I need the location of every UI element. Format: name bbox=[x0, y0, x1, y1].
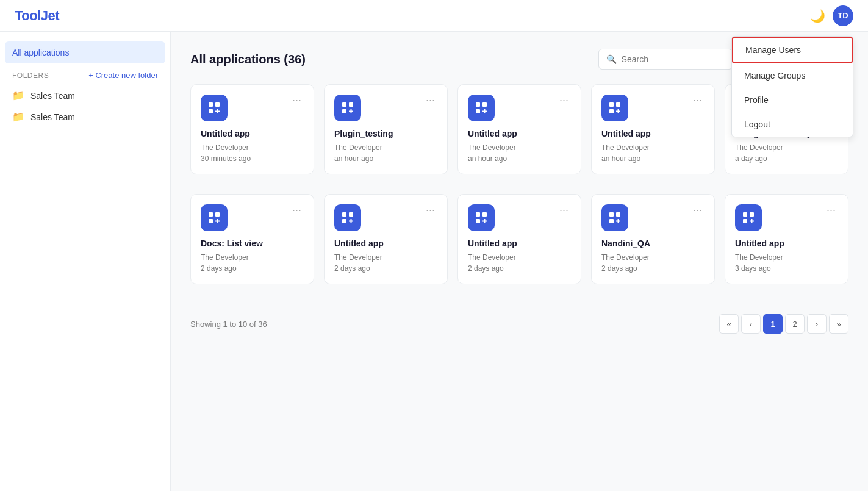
folders-section-header: Folders + Create new folder bbox=[0, 63, 170, 85]
app-icon bbox=[601, 204, 628, 231]
sidebar-item-all-applications[interactable]: All applications bbox=[5, 41, 165, 63]
pagination-controls: « ‹ 1 2 › » bbox=[719, 314, 848, 334]
card-top: ··· bbox=[735, 204, 838, 231]
app-name: Untitled app bbox=[735, 238, 838, 248]
search-bar: 🔍 bbox=[598, 49, 733, 70]
folder-name-0: Sales Team bbox=[30, 91, 75, 101]
app-name: Untitled app bbox=[201, 129, 304, 138]
manage-users-item[interactable]: Manage Users bbox=[732, 37, 853, 63]
app-more-button[interactable]: ··· bbox=[423, 95, 437, 106]
sidebar: All applications Folders + Create new fo… bbox=[0, 32, 171, 491]
card-top: ··· bbox=[601, 95, 705, 121]
app-card-row2-1[interactable]: ··· Untitled app The Developer2 days ago bbox=[324, 194, 448, 284]
svg-rect-16 bbox=[616, 102, 620, 107]
app-more-button[interactable]: ··· bbox=[690, 204, 705, 215]
app-meta: The Developer30 minutes ago bbox=[201, 142, 304, 164]
folder-item-0[interactable]: 📁 Sales Team bbox=[0, 85, 170, 106]
svg-rect-45 bbox=[743, 212, 747, 217]
svg-rect-26 bbox=[215, 212, 220, 217]
app-icon bbox=[601, 95, 628, 121]
pagination-prev-button[interactable]: ‹ bbox=[741, 314, 761, 334]
profile-item[interactable]: Profile bbox=[732, 88, 853, 112]
folders-label: Folders bbox=[12, 71, 49, 80]
pagination-first-button[interactable]: « bbox=[719, 314, 739, 334]
card-top: ··· bbox=[334, 95, 437, 121]
manage-groups-item[interactable]: Manage Groups bbox=[732, 63, 853, 88]
app-meta: The Developeran hour ago bbox=[468, 142, 571, 164]
app-card-row2-4[interactable]: ··· Untitled app The Developer3 days ago bbox=[725, 194, 848, 284]
svg-rect-41 bbox=[616, 212, 620, 217]
app-icon bbox=[334, 95, 361, 121]
app-name: Untitled app bbox=[468, 129, 571, 138]
app-name: Untitled app bbox=[334, 238, 437, 248]
pagination-showing-text: Showing 1 to 10 of 36 bbox=[190, 320, 267, 329]
app-meta: The Developer2 days ago bbox=[201, 252, 304, 274]
svg-rect-46 bbox=[750, 212, 754, 217]
svg-rect-10 bbox=[476, 102, 480, 107]
page-title: All applications (36) bbox=[190, 52, 306, 66]
card-top: ··· bbox=[201, 95, 304, 121]
card-top: ··· bbox=[334, 204, 437, 231]
app-card-row2-3[interactable]: ··· Nandini_QA The Developer2 days ago bbox=[591, 194, 715, 284]
app-more-button[interactable]: ··· bbox=[824, 204, 838, 215]
app-icon bbox=[735, 204, 762, 231]
app-meta: The Developeran hour ago bbox=[334, 142, 437, 164]
app-meta: The Developer2 days ago bbox=[334, 252, 437, 274]
card-top: ··· bbox=[468, 204, 571, 231]
svg-rect-25 bbox=[209, 212, 213, 217]
app-more-button[interactable]: ··· bbox=[690, 95, 705, 106]
svg-rect-7 bbox=[342, 109, 346, 113]
app-more-button[interactable]: ··· bbox=[557, 204, 571, 215]
avatar-button[interactable]: TD bbox=[833, 5, 853, 26]
folder-name-1: Sales Team bbox=[30, 112, 75, 122]
app-meta: The Developeran hour ago bbox=[601, 142, 705, 164]
svg-rect-15 bbox=[609, 102, 614, 107]
app-more-button[interactable]: ··· bbox=[290, 95, 304, 106]
svg-rect-31 bbox=[349, 212, 353, 217]
app-name: Docs: List view bbox=[201, 238, 304, 248]
svg-rect-42 bbox=[609, 219, 614, 223]
app-card-row1-2[interactable]: ··· Untitled app The Developeran hour ag… bbox=[457, 84, 581, 174]
app-card-row1-0[interactable]: ··· Untitled app The Developer30 minutes… bbox=[190, 84, 314, 174]
svg-rect-32 bbox=[342, 219, 346, 223]
pagination-next-button[interactable]: › bbox=[807, 314, 827, 334]
svg-rect-30 bbox=[342, 212, 346, 217]
app-icon bbox=[334, 204, 361, 231]
pagination-last-button[interactable]: » bbox=[829, 314, 848, 334]
pagination-page-1-button[interactable]: 1 bbox=[763, 314, 783, 334]
sidebar-item-all-apps-label: All applications bbox=[12, 48, 69, 57]
app-meta: The Developer3 days ago bbox=[735, 252, 838, 274]
app-icon bbox=[201, 204, 228, 231]
nav-right: 🌙 TD Manage Users Manage Groups Profile … bbox=[810, 5, 853, 26]
svg-rect-47 bbox=[743, 219, 747, 223]
app-more-button[interactable]: ··· bbox=[557, 95, 571, 106]
topnav: ToolJet 🌙 TD Manage Users Manage Groups … bbox=[0, 0, 868, 32]
svg-rect-0 bbox=[209, 102, 213, 107]
app-name: Untitled app bbox=[601, 129, 705, 138]
create-folder-link[interactable]: + Create new folder bbox=[88, 71, 158, 80]
svg-rect-1 bbox=[215, 102, 220, 107]
app-more-button[interactable]: ··· bbox=[423, 204, 437, 215]
app-name: Nandini_QA bbox=[601, 238, 705, 248]
app-icon bbox=[201, 95, 228, 121]
svg-rect-17 bbox=[609, 109, 614, 113]
folder-icon-1: 📁 bbox=[12, 111, 24, 123]
search-input[interactable] bbox=[622, 49, 725, 69]
pagination-bar: Showing 1 to 10 of 36 « ‹ 1 2 › » bbox=[190, 304, 848, 334]
svg-rect-2 bbox=[209, 109, 213, 113]
app-card-row2-2[interactable]: ··· Untitled app The Developer2 days ago bbox=[457, 194, 581, 284]
svg-rect-12 bbox=[476, 109, 480, 113]
pagination-page-2-button[interactable]: 2 bbox=[785, 314, 805, 334]
app-card-row1-3[interactable]: ··· Untitled app The Developeran hour ag… bbox=[591, 84, 715, 174]
app-meta: The Developer2 days ago bbox=[601, 252, 705, 274]
folder-item-1[interactable]: 📁 Sales Team bbox=[0, 106, 170, 127]
logo: ToolJet bbox=[15, 8, 59, 24]
theme-toggle-icon[interactable]: 🌙 bbox=[810, 9, 825, 23]
app-name: Untitled app bbox=[468, 238, 571, 248]
app-card-row1-1[interactable]: ··· Plugin_testing The Developeran hour … bbox=[324, 84, 448, 174]
app-more-button[interactable]: ··· bbox=[290, 204, 304, 215]
app-card-row2-0[interactable]: ··· Docs: List view The Developer2 days … bbox=[190, 194, 314, 284]
svg-rect-27 bbox=[209, 219, 213, 223]
logout-item[interactable]: Logout bbox=[732, 112, 853, 137]
app-icon bbox=[468, 204, 495, 231]
